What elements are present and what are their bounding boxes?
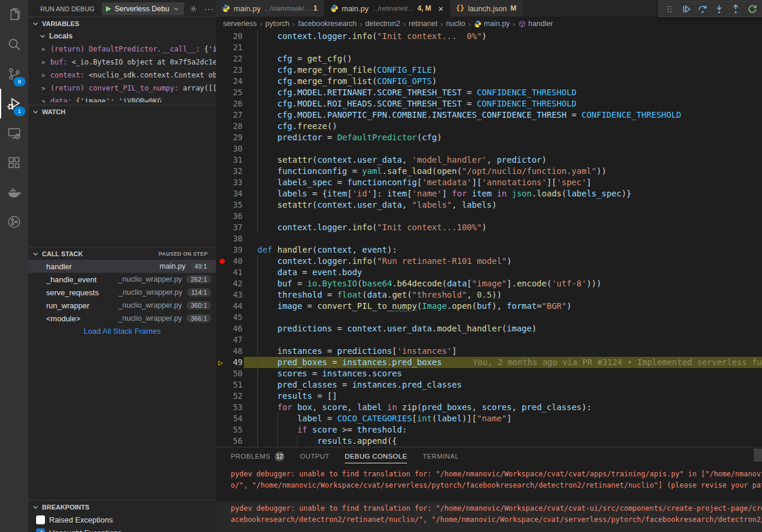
code-line[interactable]: 30 xyxy=(216,143,762,154)
panel-scrollbar[interactable] xyxy=(754,449,762,462)
breadcrumb-item[interactable]: handler xyxy=(518,20,553,28)
editor-gutter[interactable]: 54 xyxy=(216,413,244,424)
editor-gutter[interactable]: 28 xyxy=(216,121,244,132)
code-line[interactable]: 34 labels = {item['id']: item['name'] fo… xyxy=(216,188,762,199)
code-line[interactable]: 28 cfg.freeze() xyxy=(216,121,762,132)
checkbox-unchecked[interactable] xyxy=(36,515,45,524)
code-line[interactable]: 20 context.logger.info("Init context... … xyxy=(216,31,762,42)
editor-gutter[interactable]: 47 xyxy=(216,334,244,346)
breadcrumb-item[interactable]: nuclio xyxy=(446,20,466,28)
code-line[interactable]: 25 cfg.MODEL.RETINANET.SCORE_THRESH_TEST… xyxy=(216,87,762,98)
variable-row[interactable]: >context: <nuclio_sdk.context.Context ob… xyxy=(28,69,216,82)
editor-gutter[interactable]: 38 xyxy=(216,233,244,244)
chevron-right-icon[interactable]: > xyxy=(41,98,50,103)
code-line[interactable]: 55 if score >= threshold: xyxy=(216,424,762,436)
editor-gutter[interactable]: 36 xyxy=(216,211,244,222)
editor-gutter[interactable]: 40 xyxy=(216,256,244,267)
step-over-button[interactable] xyxy=(695,2,710,16)
panel-tab-output[interactable]: OUTPUT xyxy=(300,447,330,465)
checkbox-checked[interactable]: ✓ xyxy=(36,528,45,532)
editor-gutter[interactable]: 48 xyxy=(216,346,244,357)
editor-gutter[interactable]: 41 xyxy=(216,267,244,278)
activity-network-circle-icon[interactable] xyxy=(0,207,28,237)
restart-button[interactable] xyxy=(744,2,760,16)
editor-gutter[interactable]: 46 xyxy=(216,323,244,334)
code-line[interactable]: 47 xyxy=(216,334,762,346)
editor-gutter[interactable]: 56 xyxy=(216,436,244,447)
activity-docker-icon[interactable] xyxy=(0,178,28,207)
code-line[interactable]: 44 image = convert_PIL_to_numpy(Image.op… xyxy=(216,301,762,312)
variable-row[interactable]: >(return) DefaultPredictor.__call__: {'i… xyxy=(28,43,216,56)
activity-extensions-icon[interactable] xyxy=(0,148,28,178)
editor-gutter[interactable]: 26 xyxy=(216,98,244,109)
drag-handle-button[interactable] xyxy=(661,2,677,16)
close-icon[interactable]: × xyxy=(438,4,444,13)
editor-gutter[interactable]: 24 xyxy=(216,76,244,87)
start-debugging-icon[interactable] xyxy=(106,6,111,12)
editor-tab[interactable]: main.py.../siammask/...1 xyxy=(216,0,324,17)
gear-icon[interactable] xyxy=(189,4,198,14)
editor-gutter[interactable]: 43 xyxy=(216,289,244,301)
breadcrumb-item[interactable]: main.py xyxy=(474,20,510,28)
code-line[interactable]: 56 results.append({ xyxy=(216,436,762,447)
panel-tab-debug-console[interactable]: DEBUG CONSOLE xyxy=(345,447,408,465)
stack-frame-row[interactable]: <module>_nuclio_wrapper.py366:1 xyxy=(28,312,216,325)
editor-gutter[interactable]: 44 xyxy=(216,301,244,312)
activity-search-icon[interactable] xyxy=(0,30,28,59)
editor-gutter[interactable]: 32 xyxy=(216,166,244,177)
code-line[interactable]: 35 setattr(context.user_data, "labels", … xyxy=(216,199,762,211)
code-line[interactable]: 33 labels_spec = functionconfig['metadat… xyxy=(216,177,762,188)
code-line[interactable]: 46 predictions = context.user_data.model… xyxy=(216,323,762,334)
continue-button[interactable] xyxy=(678,2,693,16)
editor-gutter[interactable]: 42 xyxy=(216,278,244,289)
editor-tab[interactable]: main.py.../retinanet/...4, M× xyxy=(324,0,450,17)
code-editor[interactable]: 20 context.logger.info("Init context... … xyxy=(216,31,762,447)
editor-gutter[interactable]: 50 xyxy=(216,368,244,379)
editor-gutter[interactable]: 29 xyxy=(216,132,244,143)
call-stack-section-header[interactable]: CALL STACK PAUSED ON STEP xyxy=(28,247,216,260)
breadcrumb-item[interactable]: retinanet xyxy=(409,20,438,28)
editor-gutter[interactable]: ▷49 xyxy=(216,357,244,368)
stack-frame-row[interactable]: run_wrapper_nuclio_wrapper.py360:1 xyxy=(28,299,216,312)
editor-gutter[interactable]: 33 xyxy=(216,177,244,188)
code-line[interactable]: 23 cfg.merge_from_file(CONFIG_FILE) xyxy=(216,65,762,76)
code-line[interactable]: 40 context.logger.info("Run retinanet-R1… xyxy=(216,256,762,267)
breadcrumb-item[interactable]: pytorch xyxy=(265,20,289,28)
breakpoints-section-header[interactable]: BREAKPOINTS xyxy=(28,500,216,513)
editor-gutter[interactable]: 53 xyxy=(216,402,244,413)
code-line[interactable]: 38 xyxy=(216,233,762,244)
variables-section-header[interactable]: VARIABLES xyxy=(28,17,216,30)
editor-gutter[interactable]: 22 xyxy=(216,53,244,65)
chevron-right-icon[interactable]: > xyxy=(41,72,50,79)
step-out-button[interactable] xyxy=(728,2,743,16)
debug-config-dropdown[interactable]: Serverless Debu xyxy=(102,2,184,15)
activity-source-control-icon[interactable]: 8 xyxy=(0,59,28,89)
chevron-right-icon[interactable]: > xyxy=(41,59,50,66)
chevron-right-icon[interactable]: > xyxy=(41,46,50,53)
code-line[interactable]: 21 xyxy=(216,42,762,53)
breakpoint-icon[interactable] xyxy=(219,259,225,264)
code-line[interactable]: 52 results = [] xyxy=(216,391,762,402)
code-line[interactable]: 48 instances = predictions['instances'] xyxy=(216,346,762,357)
code-line[interactable]: 45 xyxy=(216,312,762,323)
watch-section-header[interactable]: WATCH xyxy=(28,105,216,118)
code-line[interactable]: 29 predictor = DefaultPredictor(cfg) xyxy=(216,132,762,143)
stack-frame-row[interactable]: handlermain.py49:1 xyxy=(28,260,216,273)
code-line[interactable]: 31 setattr(context.user_data, 'model_han… xyxy=(216,154,762,166)
chevron-right-icon[interactable]: > xyxy=(41,85,50,92)
code-line[interactable]: 43 threshold = float(data.get("threshold… xyxy=(216,289,762,301)
locals-scope-row[interactable]: Locals xyxy=(28,30,216,43)
editor-gutter[interactable]: 51 xyxy=(216,379,244,391)
step-into-button[interactable] xyxy=(711,2,727,16)
activity-run-and-debug-icon[interactable]: 1 xyxy=(0,89,28,118)
more-actions-icon[interactable]: ··· xyxy=(204,4,214,14)
code-line[interactable]: 27 cfg.MODEL.PANOPTIC_FPN.COMBINE.INSTAN… xyxy=(216,109,762,121)
load-all-stack-frames-link[interactable]: Load All Stack Frames xyxy=(28,327,216,336)
variable-row[interactable]: >data: {'image': 'iVBORw0KG… xyxy=(28,95,216,102)
editor-gutter[interactable]: 20 xyxy=(216,31,244,42)
editor-gutter[interactable]: 30 xyxy=(216,143,244,154)
variable-row[interactable]: >buf: <_io.BytesIO object at 0x7f5a2dc1e… xyxy=(28,56,216,69)
code-line[interactable]: 36 xyxy=(216,211,762,222)
code-line[interactable]: 42 buf = io.BytesIO(base64.b64decode(dat… xyxy=(216,278,762,289)
code-line[interactable]: 50 scores = instances.scores xyxy=(216,368,762,379)
